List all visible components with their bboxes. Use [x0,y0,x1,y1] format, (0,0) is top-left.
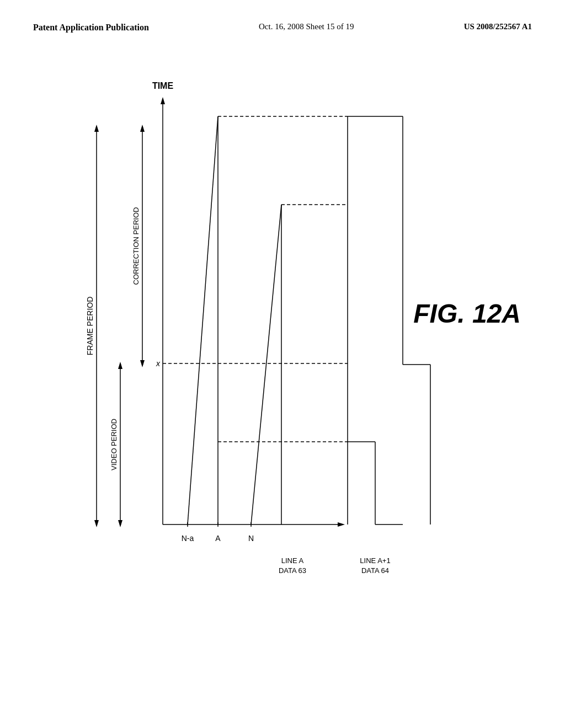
diagram-area: FIG. 12A TIME FRAME PERIOD VIDEO PERIOD … [0,45,565,690]
svg-text:VIDEO PERIOD: VIDEO PERIOD [110,419,118,470]
svg-marker-13 [140,360,145,367]
svg-marker-8 [118,362,122,369]
svg-line-20 [188,116,218,524]
svg-marker-16 [338,522,345,527]
svg-text:FRAME PERIOD: FRAME PERIOD [86,297,94,356]
svg-text:DATA 64: DATA 64 [361,566,389,575]
publication-title: Patent Application Publication [33,22,149,34]
svg-text:LINE A: LINE A [281,556,304,565]
svg-text:N: N [248,534,254,543]
svg-marker-9 [118,520,122,527]
svg-marker-4 [94,125,99,132]
svg-text:TIME: TIME [152,81,174,90]
svg-marker-5 [94,520,99,527]
svg-line-21 [251,205,281,524]
svg-text:CORRECTION PERIOD: CORRECTION PERIOD [132,207,140,285]
svg-text:DATA 63: DATA 63 [279,566,306,575]
page-header: Patent Application Publication Oct. 16, … [0,0,565,45]
svg-text:LINE A+1: LINE A+1 [360,556,390,565]
patent-number: US 2008/252567 A1 [464,22,532,31]
svg-text:N-a: N-a [182,534,194,543]
diagram-svg: TIME FRAME PERIOD VIDEO PERIOD CORRECTIO… [0,45,565,690]
svg-marker-1 [161,97,165,104]
svg-marker-12 [140,125,145,132]
svg-text:x: x [156,359,161,368]
sheet-info: Oct. 16, 2008 Sheet 15 of 19 [259,22,354,31]
svg-text:A: A [215,534,221,543]
